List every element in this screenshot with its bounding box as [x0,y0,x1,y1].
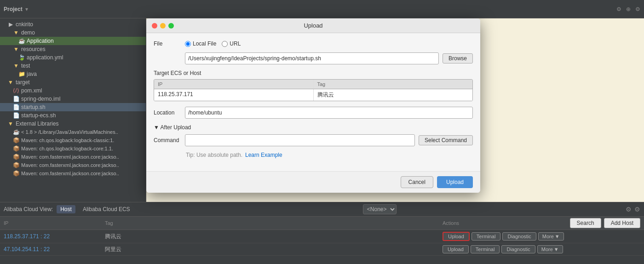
cloud-settings-icon[interactable]: ⚙ [634,206,640,213]
tree-item-demo[interactable]: ▼ demo [0,29,146,37]
tree-item-cnkirito[interactable]: ▶ cnkirito [0,20,146,29]
tree-item-label: application.yml [27,54,63,61]
tree-item-spring-iml[interactable]: 📄 spring-demo.iml [0,95,146,103]
tree-item-label: pom.xml [21,87,42,94]
upload-button[interactable]: Upload [437,176,473,188]
window-controls [152,23,174,29]
tree-item-label: resources [21,46,46,52]
radio-url-label: URL [230,40,241,47]
toolbar-icon-2[interactable]: ⊕ [626,6,631,12]
toolbar-icon-3[interactable]: ⚙ [635,6,640,12]
file-path-input[interactable] [185,52,439,64]
cloud-row-2-tag-text: 阿里云 [105,246,121,253]
target-table-row[interactable]: 118.25.37.171 腾讯云 [154,89,472,101]
tree-item-label: startup-ecs.sh [21,112,56,119]
tree-item-label: Application [27,38,54,44]
radio-local-input[interactable] [185,41,191,47]
cloud-gear-icon[interactable]: ⚙ [626,206,632,213]
tree-item-label: Maven: ch.qos.logback:logback-core:1.1. [21,146,113,151]
target-table-header: IP Tag [154,80,472,89]
folder-open-icon: ▼ [7,79,14,86]
command-input[interactable] [185,134,415,146]
cloud-row-2-diagnostic-button[interactable]: Diagnostic [501,245,535,253]
folder-icon: ▶ [7,21,14,28]
tree-item-target[interactable]: ▼ target [0,78,146,86]
tree-item-label: < 1.8 > /Library/Java/JavaVirtualMachine… [21,129,118,135]
tree-item-jackson2[interactable]: 📦 Maven: com.fasterxml.jackson.core:jack… [0,161,146,169]
close-button[interactable] [152,23,157,29]
tree-item-label: spring-demo.iml [21,96,60,102]
project-label: Project [4,6,23,12]
after-upload-label: ▼ After Upload [154,124,191,131]
tree-item-label: Maven: com.fasterxml.jackson.core:jackso… [21,162,119,168]
cloud-row-2-upload-button[interactable]: Upload [443,245,469,253]
add-host-button[interactable]: Add Host [604,218,640,228]
learn-example-link[interactable]: Learn Example [245,152,282,158]
tree-item-test[interactable]: ▼ test [0,62,146,70]
tree-item-jackson3[interactable]: 📦 Maven: com.fasterxml.jackson.core:jack… [0,169,146,178]
cloud-row-2-more-arrow: ▼ [554,247,559,252]
tree-item-java[interactable]: 📁 java [0,70,146,78]
cloud-row-2-more-button[interactable]: More ▼ [537,245,563,253]
dialog-body: File Local File URL Browse Target ECS or… [146,33,480,171]
cloud-row-1-more-button[interactable]: More ▼ [538,232,564,241]
cloud-row-1-tag-text: 腾讯云 [105,233,121,240]
tree-item-jackson1[interactable]: 📦 Maven: com.fasterxml.jackson.core:jack… [0,153,146,161]
tree-item-resources[interactable]: ▼ resources [0,45,146,53]
cloud-row-1-ip-link[interactable]: 118.25.37.171 : 22 [4,233,50,240]
search-button[interactable]: Search [570,218,601,228]
jar-icon: 📦 [13,170,19,177]
cloud-select[interactable]: <None> [363,204,397,214]
class-icon: ☕ [18,38,25,44]
maximize-button[interactable] [168,23,174,29]
tree-item-pomxml[interactable]: ⟨/⟩ pom.xml [0,86,146,95]
cloud-row-2-ip-link[interactable]: 47.104.254.11 : 22 [4,246,50,253]
tree-item-jvm[interactable]: ☕ < 1.8 > /Library/Java/JavaVirtualMachi… [0,128,146,136]
minimize-button[interactable] [160,23,166,29]
after-upload-toggle[interactable]: ▼ After Upload [154,124,473,131]
tip-row: Tip: Use absolute path. Learn Example [154,152,473,158]
xml-icon: ⟨/⟩ [13,87,19,94]
tree-item-label: cnkirito [16,21,33,28]
cloud-row-1-diagnostic-button[interactable]: Diagnostic [502,232,536,241]
tree-item-label: target [16,79,30,86]
toolbar-icon-1[interactable]: ⚙ [616,6,621,12]
radio-url[interactable]: URL [222,40,241,47]
tree-item-startup-sh[interactable]: 📄 startup.sh [0,103,146,111]
jar-icon: 📦 [13,137,19,143]
radio-local-file[interactable]: Local File [185,40,216,47]
header-col-tag: Tag [105,220,443,226]
tree-item-logback-classic[interactable]: 📦 Maven: ch.qos.logback:logback-classic:… [0,136,146,144]
target-section-label: Target ECS or Host [154,70,473,76]
radio-local-label: Local File [193,40,216,47]
cloud-tab-host[interactable]: Host [57,205,75,213]
tree-item-startup-ecs-sh[interactable]: 📄 startup-ecs.sh [0,111,146,120]
select-command-button[interactable]: Select Command [419,135,473,145]
cloud-row-1-actions: Upload Terminal Diagnostic More ▼ [443,232,640,241]
cloud-row-2-tag: 阿里云 [105,246,443,253]
header-col-ip: IP [4,220,105,226]
browse-button[interactable]: Browse [443,53,473,63]
file-label: File [154,40,181,47]
tree-item-logback-core[interactable]: 📦 Maven: ch.qos.logback:logback-core:1.1… [0,144,146,153]
location-input[interactable] [185,107,473,119]
tree-item-application[interactable]: ☕ Application [0,37,146,45]
radio-url-input[interactable] [222,41,228,47]
tree-item-label: startup.sh [21,104,46,110]
cloud-row-2-terminal-button[interactable]: Terminal [471,245,500,253]
cancel-button[interactable]: Cancel [401,176,433,188]
location-row: Location [154,107,473,119]
tree-item-ext-libs[interactable]: ▼ External Libraries [0,120,146,128]
file-row: File Local File URL [154,40,473,47]
file-path-row: Browse [154,52,473,64]
jar-icon: 📦 [13,162,19,168]
cloud-row-1-ip: 118.25.37.171 : 22 [4,233,105,240]
cloud-row-1-terminal-button[interactable]: Terminal [472,232,501,241]
tree-item-label: java [27,71,37,77]
cloud-tab-ecs[interactable]: Alibaba Cloud ECS [79,205,134,213]
tree-item-appyml[interactable]: 🍃 application.yml [0,53,146,62]
cloud-view-label: Alibaba Cloud View: [4,206,53,212]
project-dropdown-icon[interactable]: ▾ [25,6,28,12]
tree-item-label: demo [21,29,35,36]
cloud-row-1-upload-button[interactable]: Upload [443,232,470,241]
